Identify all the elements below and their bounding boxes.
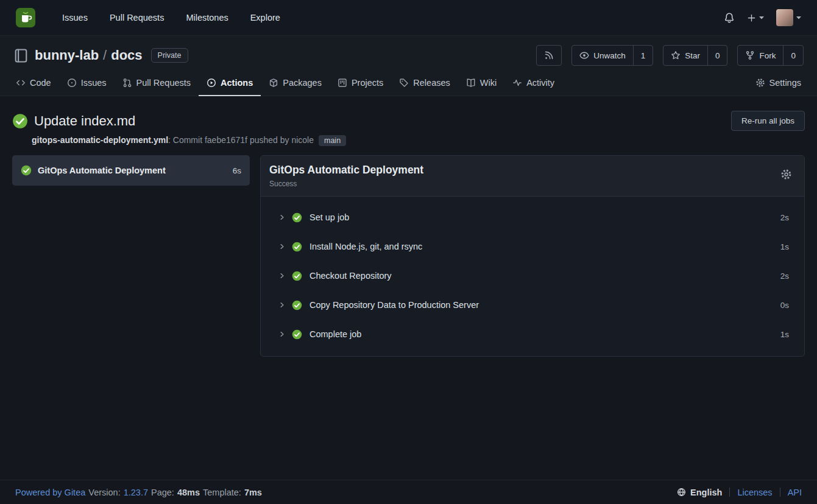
step-success-check-icon	[292, 271, 302, 281]
chevron-down-icon	[796, 16, 801, 19]
job-name: GitOps Automatic Deployment	[38, 166, 227, 175]
step-duration: 2s	[780, 271, 789, 281]
book-icon	[466, 78, 476, 88]
page-time-label: Page:	[151, 488, 174, 497]
fork-label: Fork	[759, 51, 776, 60]
workflow-file[interactable]: gitops-automatic-deployment.yml	[32, 135, 168, 145]
job-options-button[interactable]	[780, 164, 792, 180]
licenses-link[interactable]: Licenses	[737, 488, 772, 497]
job-duration: 6s	[233, 166, 241, 175]
repo-name-link[interactable]: docs	[111, 47, 142, 63]
tab-releases[interactable]: Releases	[391, 71, 458, 96]
eye-icon	[579, 51, 589, 60]
nav-pull-requests[interactable]: Pull Requests	[99, 8, 175, 27]
package-icon	[269, 78, 278, 88]
bell-icon	[724, 12, 735, 23]
activity-pulse-icon	[512, 78, 522, 88]
api-link[interactable]: API	[788, 488, 802, 497]
run-title: Update index.md	[34, 113, 135, 129]
pull-request-icon	[122, 78, 132, 88]
powered-by-link[interactable]: Powered by Gitea	[15, 488, 85, 497]
step-success-check-icon	[292, 212, 302, 223]
step-success-check-icon	[292, 242, 302, 252]
repo-visibility-badge: Private	[151, 48, 188, 63]
rss-icon	[544, 51, 554, 60]
issue-icon	[67, 78, 77, 88]
step-duration: 1s	[780, 242, 789, 251]
plus-icon	[747, 13, 756, 23]
step-row-complete[interactable]: Complete job 1s	[261, 320, 804, 349]
step-row-install[interactable]: Install Node.js, git, and rsync 1s	[261, 232, 804, 261]
branch-badge[interactable]: main	[319, 135, 346, 146]
step-row-copy-data[interactable]: Copy Repository Data to Production Serve…	[261, 290, 804, 320]
jobs-sidebar: GitOps Automatic Deployment 6s	[12, 155, 250, 186]
step-name: Install Node.js, git, and rsync	[309, 242, 774, 251]
template-time-value: 7ms	[244, 488, 262, 497]
gitea-logo[interactable]	[16, 8, 35, 27]
chevron-right-icon	[278, 214, 286, 221]
nav-issues[interactable]: Issues	[51, 8, 99, 27]
gitea-logo-icon	[16, 8, 35, 27]
unwatch-label: Unwatch	[593, 51, 626, 60]
step-duration: 2s	[780, 213, 789, 222]
watchers-count[interactable]: 1	[633, 46, 653, 65]
tab-packages[interactable]: Packages	[261, 71, 330, 96]
tab-projects[interactable]: Projects	[330, 71, 391, 96]
commit-middle: pushed by	[247, 135, 291, 145]
tab-issues[interactable]: Issues	[59, 71, 115, 96]
create-new-menu[interactable]	[747, 13, 764, 23]
tab-settings[interactable]: Settings	[748, 71, 809, 96]
step-name: Copy Repository Data to Production Serve…	[309, 300, 774, 310]
play-circle-icon	[207, 78, 216, 88]
step-duration: 1s	[780, 330, 789, 339]
step-success-check-icon	[292, 329, 302, 340]
tab-pull-requests[interactable]: Pull Requests	[115, 71, 199, 96]
job-status: Success	[269, 180, 423, 188]
settings-icon	[755, 78, 765, 88]
rerun-all-jobs-button[interactable]: Re-run all jobs	[731, 111, 805, 131]
nav-milestones[interactable]: Milestones	[175, 8, 239, 27]
job-panel-title: GitOps Automatic Deployment	[269, 164, 423, 177]
run-view: Update index.md Re-run all jobs gitops-a…	[0, 96, 817, 480]
run-subtitle: gitops-automatic-deployment.yml: Commit …	[32, 135, 805, 146]
stars-count[interactable]: 0	[707, 46, 727, 65]
footer-divider	[780, 488, 780, 497]
tabs-spacer	[562, 71, 748, 96]
step-row-setup[interactable]: Set up job 2s	[261, 203, 804, 232]
repo-icon	[13, 48, 29, 63]
footer-divider	[729, 488, 730, 497]
step-success-check-icon	[292, 300, 302, 310]
version-link[interactable]: 1.23.7	[124, 488, 148, 497]
chevron-right-icon	[278, 301, 286, 309]
fork-button[interactable]: Fork	[738, 46, 783, 65]
top-navbar: Issues Pull Requests Milestones Explore	[0, 0, 817, 36]
job-item-gitops-automatic-deployment[interactable]: GitOps Automatic Deployment 6s	[12, 155, 250, 186]
tab-activity[interactable]: Activity	[504, 71, 562, 96]
step-row-checkout[interactable]: Checkout Repository 2s	[261, 261, 804, 290]
tab-code[interactable]: Code	[8, 71, 59, 96]
job-success-check-icon	[21, 165, 32, 176]
commit-author[interactable]: nicole	[291, 135, 314, 145]
unwatch-button[interactable]: Unwatch	[572, 46, 633, 65]
star-button[interactable]: Star	[663, 46, 707, 65]
run-success-check-icon	[12, 113, 28, 129]
project-board-icon	[338, 78, 347, 88]
nav-explore[interactable]: Explore	[239, 8, 291, 27]
language-menu[interactable]: English	[677, 488, 722, 497]
notifications-button[interactable]	[724, 12, 735, 23]
user-menu[interactable]	[776, 9, 801, 26]
job-detail-panel: GitOps Automatic Deployment Success Set …	[260, 155, 805, 357]
step-name: Set up job	[309, 212, 774, 222]
step-duration: 0s	[780, 301, 789, 310]
gear-icon	[780, 169, 792, 180]
globe-icon	[677, 488, 686, 497]
tab-actions[interactable]: Actions	[199, 71, 261, 96]
version-label: Version:	[88, 488, 120, 497]
tab-wiki[interactable]: Wiki	[458, 71, 504, 96]
commit-sha[interactable]: faebe1671f	[205, 135, 247, 145]
steps-list: Set up job 2s Install Node.js, git, and …	[261, 197, 804, 356]
rss-button[interactable]	[537, 46, 561, 65]
repo-owner-link[interactable]: bunny-lab	[35, 47, 99, 63]
repo-separator: /	[103, 47, 107, 63]
forks-count[interactable]: 0	[783, 46, 803, 65]
